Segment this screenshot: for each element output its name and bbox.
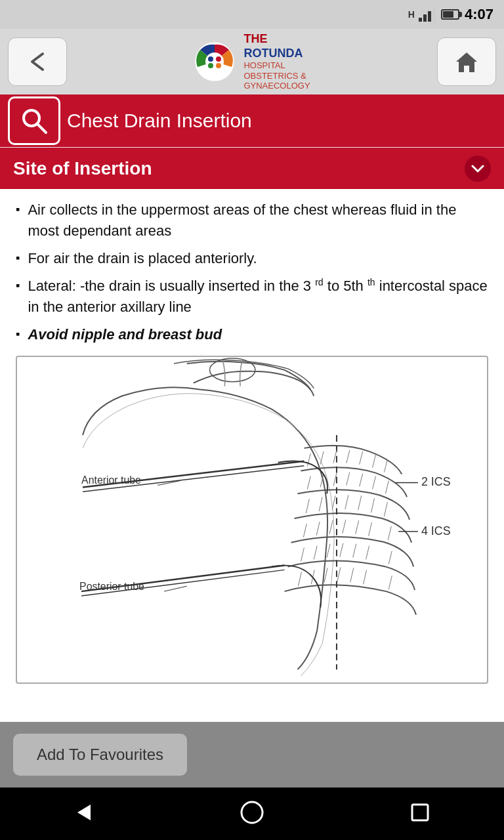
- svg-rect-3: [432, 8, 436, 22]
- android-recent-button[interactable]: [407, 799, 433, 828]
- svg-point-6: [208, 56, 213, 62]
- signal-area: H: [408, 7, 459, 22]
- logo-line3: HOSPITAL: [243, 60, 310, 71]
- svg-point-7: [216, 56, 221, 62]
- svg-text:Posterior tube: Posterior tube: [79, 581, 144, 592]
- rotunda-logo-icon: [194, 41, 236, 83]
- home-button[interactable]: [437, 37, 496, 86]
- svg-point-9: [216, 63, 221, 68]
- bullet-item-1: Air collects in the uppermost areas of t…: [16, 200, 488, 242]
- android-back-button[interactable]: [71, 799, 97, 828]
- anatomy-diagram: 2 ICS 4 ICS Anterior tube Posterior tube: [16, 356, 488, 684]
- logo-line5: GYNAECOLOGY: [243, 81, 310, 91]
- logo-text: THE ROTUNDA HOSPITAL OBSTETRICS & GYNAEC…: [243, 32, 310, 91]
- search-icon-box[interactable]: [8, 96, 60, 145]
- svg-marker-69: [77, 805, 91, 820]
- svg-point-5: [205, 52, 224, 71]
- bullet-item-3: Lateral: -the drain is usually inserted …: [16, 276, 488, 318]
- bullet-item-2: For air the drain is placed anteriorly.: [16, 248, 488, 269]
- search-icon: [20, 106, 49, 135]
- home-icon: [453, 49, 480, 75]
- svg-point-70: [242, 802, 262, 823]
- logo-area: THE ROTUNDA HOSPITAL OBSTETRICS & GYNAEC…: [194, 32, 310, 91]
- svg-rect-12: [31, 357, 474, 682]
- diagram-svg: 2 ICS 4 ICS Anterior tube Posterior tube: [17, 357, 487, 682]
- section-header[interactable]: Site of Insertion: [0, 147, 504, 189]
- page-title: Chest Drain Insertion: [67, 110, 252, 132]
- svg-text:Anterior tube: Anterior tube: [81, 474, 141, 486]
- collapse-button[interactable]: [465, 156, 491, 182]
- signal-icon: [419, 7, 437, 22]
- bullet-list: Air collects in the uppermost areas of t…: [16, 200, 488, 345]
- android-home-button[interactable]: [239, 799, 265, 828]
- svg-point-8: [208, 63, 213, 68]
- logo-line1: THE: [243, 32, 310, 47]
- svg-rect-2: [428, 11, 431, 22]
- android-nav-bar: [0, 788, 504, 840]
- back-button[interactable]: [8, 37, 67, 86]
- status-bar: H 4:07: [0, 0, 504, 29]
- add-to-favourites-button[interactable]: Add To Favourites: [13, 734, 187, 776]
- svg-rect-0: [419, 18, 422, 22]
- chevron-down-icon: [470, 161, 486, 177]
- section-title: Site of Insertion: [13, 158, 152, 179]
- time-display: 4:07: [465, 6, 494, 23]
- back-arrow-icon: [24, 49, 51, 75]
- bottom-bar: Add To Favourites: [0, 722, 504, 788]
- svg-text:2 ICS: 2 ICS: [421, 475, 451, 488]
- svg-text:4 ICS: 4 ICS: [421, 524, 451, 537]
- svg-rect-71: [412, 805, 428, 820]
- top-nav: THE ROTUNDA HOSPITAL OBSTETRICS & GYNAEC…: [0, 29, 504, 94]
- search-bar: Chest Drain Insertion: [0, 94, 504, 147]
- battery-icon: [441, 9, 459, 20]
- bullet-item-4: Avoid nipple and breast bud: [16, 324, 488, 345]
- recent-square-icon: [407, 799, 433, 826]
- h-indicator: H: [408, 9, 415, 20]
- logo-line4: OBSTETRICS &: [243, 71, 310, 81]
- home-circle-icon: [239, 799, 265, 826]
- logo-line2: ROTUNDA: [243, 47, 310, 61]
- svg-rect-1: [423, 14, 427, 22]
- svg-line-11: [37, 124, 46, 133]
- content-area: Air collects in the uppermost areas of t…: [0, 189, 504, 722]
- back-triangle-icon: [71, 799, 97, 826]
